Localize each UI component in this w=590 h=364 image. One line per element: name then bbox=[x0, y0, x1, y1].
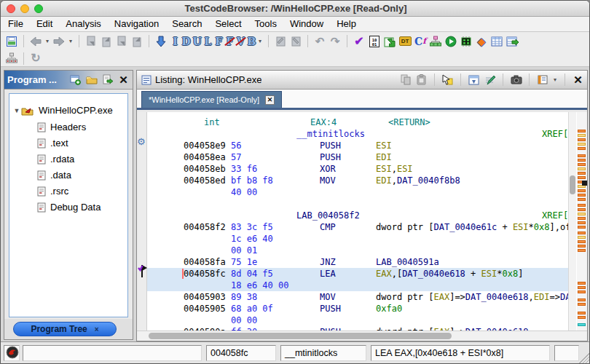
listing-row[interactable] bbox=[147, 198, 568, 210]
datatype-manager-icon[interactable]: DT bbox=[398, 35, 412, 48]
tab-close-icon[interactable]: × bbox=[95, 325, 99, 333]
zoom-window-button[interactable] bbox=[34, 4, 43, 13]
paste-icon[interactable] bbox=[415, 74, 428, 86]
save-icon[interactable] bbox=[5, 35, 18, 48]
close-window-button[interactable] bbox=[7, 4, 15, 13]
redo-icon[interactable]: ↷ bbox=[329, 35, 342, 48]
menu-select[interactable]: Select bbox=[208, 17, 248, 31]
mark-b-button[interactable]: B bbox=[246, 36, 257, 47]
mark-u-button[interactable]: U bbox=[192, 36, 202, 47]
tree-root-row[interactable]: ▼ WinHelloCPP.exe bbox=[9, 103, 127, 118]
mark-d-button[interactable]: D bbox=[181, 36, 192, 47]
menu-file[interactable]: File bbox=[1, 17, 30, 31]
listing-row[interactable]: 004058eb33 f6XORESI,ESI bbox=[147, 163, 568, 175]
validate-icon[interactable]: ✔ bbox=[353, 35, 366, 48]
menu-analysis[interactable]: Analysis bbox=[59, 17, 107, 31]
listing-row[interactable]: 00 01 bbox=[147, 245, 568, 256]
code-address: 004058ed bbox=[184, 175, 226, 186]
vertical-scrollbar-thumb[interactable] bbox=[570, 175, 575, 194]
menu-edit[interactable]: Edit bbox=[30, 17, 59, 31]
clear-flow-icon[interactable] bbox=[115, 35, 128, 48]
horizontal-scrollbar-thumb[interactable] bbox=[149, 333, 452, 339]
forward-icon[interactable] bbox=[52, 35, 66, 48]
listing-row[interactable]: LAB_004058f2XREF[ bbox=[147, 210, 568, 221]
import-icon[interactable] bbox=[101, 74, 114, 86]
new-window-icon[interactable] bbox=[69, 74, 82, 86]
tab-close-icon[interactable]: ✕ bbox=[265, 95, 275, 105]
snapshot-icon[interactable] bbox=[510, 74, 522, 86]
listing-row[interactable]: 004058fa75 1eJNZLAB_0040591a bbox=[147, 256, 568, 268]
menu-help[interactable]: Help bbox=[330, 17, 363, 31]
listing-row[interactable]: 004058edbf b8 f8MOVEDI,DAT_0040f8b8 bbox=[147, 175, 568, 186]
clear-flow-up-icon[interactable] bbox=[130, 35, 143, 48]
panel-options-dropdown-icon[interactable]: ▾ bbox=[552, 76, 558, 83]
tree-item-headers[interactable]: Headers bbox=[9, 119, 127, 135]
binary-view-icon[interactable]: 1001 bbox=[368, 35, 381, 48]
menu-tools[interactable]: Tools bbox=[248, 17, 283, 31]
listing-row[interactable]: 004058f283 3c f5CMPdword ptr [DAT_0040e6… bbox=[147, 221, 568, 233]
mark-f-button[interactable]: F bbox=[213, 36, 224, 47]
listing-row[interactable]: __mtinitlocksXREF[ bbox=[147, 128, 568, 140]
resize-grip-icon[interactable] bbox=[579, 353, 589, 363]
edit-structure-icon[interactable] bbox=[289, 35, 302, 48]
menu-navigation[interactable]: Navigation bbox=[108, 17, 165, 31]
menu-search[interactable]: Search bbox=[165, 17, 208, 31]
tree-item-text[interactable]: .text bbox=[9, 135, 127, 151]
close-listing-icon[interactable]: ✕ bbox=[572, 74, 584, 86]
export-icon[interactable] bbox=[383, 35, 396, 48]
listing-tab[interactable]: *WinHelloCPP.exe [Read-Only] ✕ bbox=[141, 91, 282, 108]
tree-expand-icon[interactable]: ▼ bbox=[12, 107, 21, 114]
vertical-scrollbar[interactable] bbox=[568, 112, 576, 331]
menu-window[interactable]: Window bbox=[283, 17, 330, 31]
refresh-icon[interactable]: ↻ bbox=[29, 52, 42, 65]
listing-row[interactable]: 004058e956PUSHESI bbox=[147, 140, 568, 151]
create-structure-icon[interactable] bbox=[274, 35, 287, 48]
minimize-window-button[interactable] bbox=[20, 4, 29, 13]
back-dropdown-icon[interactable]: ▾ bbox=[44, 38, 50, 44]
listing-row[interactable]: 40 00 bbox=[147, 186, 568, 198]
listing-row[interactable]: 1c e6 40 bbox=[147, 233, 568, 245]
program-tree-tab-button[interactable]: Program Tree × bbox=[13, 322, 117, 336]
clear-v-button[interactable]: V bbox=[235, 36, 246, 47]
c-function-icon[interactable]: Cf bbox=[414, 35, 427, 48]
listing-row[interactable]: 00 00 bbox=[147, 314, 568, 326]
listing-row[interactable]: 0040590568 a0 0fPUSH0xfa0 bbox=[147, 303, 568, 314]
table-export-icon[interactable] bbox=[506, 35, 519, 48]
forward-dropdown-icon[interactable]: ▾ bbox=[68, 38, 74, 44]
undo-icon[interactable]: ↶ bbox=[313, 35, 326, 48]
disassemble-icon[interactable] bbox=[154, 35, 168, 48]
cursor-tool-icon[interactable] bbox=[441, 74, 454, 86]
panel-options-icon[interactable] bbox=[536, 74, 548, 86]
tree-item-data[interactable]: .data bbox=[9, 167, 127, 183]
clear-code-icon[interactable] bbox=[84, 35, 98, 48]
bookmarks-table-icon[interactable] bbox=[490, 35, 503, 48]
close-panel-icon[interactable]: ✕ bbox=[117, 74, 130, 86]
tree-item-rdata[interactable]: .rdata bbox=[9, 151, 127, 167]
listing-row[interactable]: intEAX:4<RETURN> bbox=[147, 116, 568, 128]
letter-dropdown-icon[interactable]: ▾ bbox=[257, 38, 263, 44]
toggle-fields-icon[interactable] bbox=[468, 74, 480, 86]
listing-row[interactable]: 004058fc8d 04 f5LEAEAX,[DAT_0040e618 + E… bbox=[147, 268, 568, 280]
back-icon[interactable] bbox=[29, 35, 42, 48]
tree-item-rsrc[interactable]: .rsrc bbox=[9, 183, 127, 199]
memory-map-icon[interactable] bbox=[460, 35, 473, 48]
folder-icon[interactable] bbox=[85, 74, 98, 86]
status-message-field bbox=[23, 345, 202, 361]
mark-l-button[interactable]: L bbox=[202, 36, 213, 47]
copy-icon[interactable] bbox=[399, 74, 412, 86]
horizontal-scrollbar[interactable] bbox=[137, 331, 587, 341]
diamond-icon[interactable]: ◆ bbox=[475, 35, 488, 48]
gear-icon[interactable]: ⚙ bbox=[137, 136, 146, 147]
clear-code-up-icon[interactable] bbox=[100, 35, 113, 48]
mark-i-button[interactable]: I bbox=[170, 36, 181, 47]
tree-item-debug-data[interactable]: Debug Data bbox=[9, 199, 127, 215]
code-register: ESI bbox=[376, 164, 392, 174]
run-script-icon[interactable] bbox=[444, 35, 457, 48]
clear-f-button[interactable]: F bbox=[224, 36, 235, 47]
edit-fields-icon[interactable] bbox=[484, 74, 496, 86]
hierarchy-icon[interactable] bbox=[5, 52, 18, 65]
listing-row[interactable]: 18 e6 40 00 bbox=[147, 280, 568, 291]
listing-row[interactable]: 0040590389 38MOVdword ptr [EAX]=>DAT_004… bbox=[147, 291, 568, 303]
call-tree-icon[interactable] bbox=[429, 35, 442, 48]
listing-row[interactable]: 004058ea57PUSHEDI bbox=[147, 151, 568, 163]
